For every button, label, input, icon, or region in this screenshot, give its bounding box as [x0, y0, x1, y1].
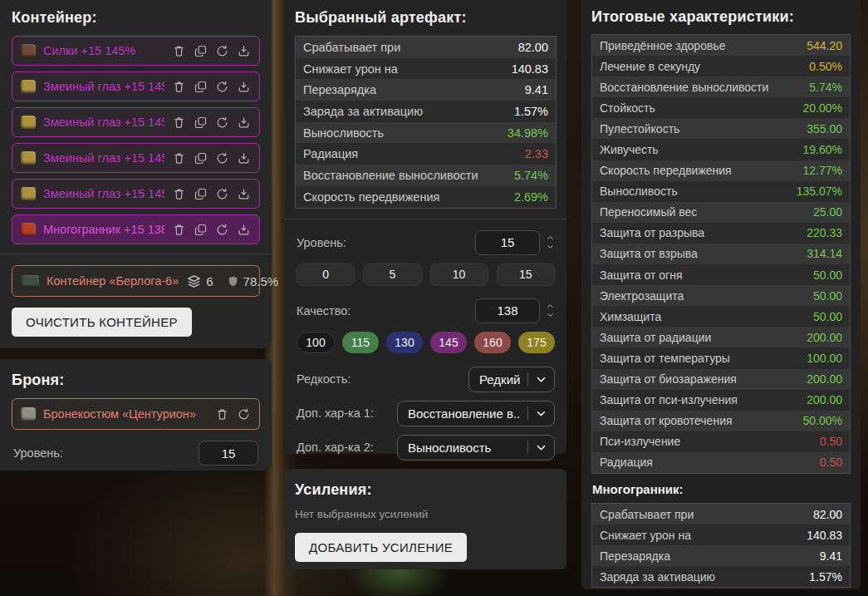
level-preset-row: 0 5 10 15 — [297, 264, 555, 286]
copy-artifact-button[interactable] — [194, 116, 208, 130]
extra-stat-select[interactable]: Выносливость — [397, 435, 555, 461]
delete-armor-button[interactable] — [215, 407, 229, 421]
export-artifact-button[interactable] — [237, 187, 251, 201]
chevron-down-icon — [535, 373, 547, 386]
stat-label: Защита от температуры — [600, 352, 730, 365]
refresh-icon — [215, 187, 229, 201]
trash-icon — [172, 80, 186, 94]
reroll-artifact-button[interactable] — [215, 151, 229, 165]
container-artifact-row[interactable]: Многогранник +15 138% — [12, 214, 260, 244]
reroll-artifact-button[interactable] — [215, 116, 229, 130]
export-artifact-button[interactable] — [237, 116, 251, 130]
refresh-icon — [215, 80, 229, 94]
stat-value: 50.00 — [813, 268, 842, 282]
container-info-row[interactable]: Контейнер «Берлога-6» 6 78.5% — [12, 265, 260, 297]
delete-artifact-button[interactable] — [172, 80, 186, 94]
copy-artifact-button[interactable] — [194, 80, 208, 94]
stat-value: 50.00 — [813, 289, 842, 303]
copy-icon — [194, 80, 208, 94]
stat-label: Снижает урон на — [600, 529, 691, 542]
download-icon — [237, 44, 251, 58]
stat-label: Защита от пси-излучения — [600, 393, 738, 406]
level-preset-button[interactable]: 10 — [430, 264, 488, 286]
stat-value: 50.00 — [813, 310, 842, 323]
copy-icon — [194, 151, 208, 165]
selected-artifact-title: Выбранный артефакт: — [295, 9, 557, 27]
container-artifact-row[interactable]: Змеиный глаз +15 145% — [12, 107, 260, 137]
stat-label: Выносливость — [303, 126, 384, 140]
level-preset-button[interactable]: 15 — [497, 264, 555, 286]
container-protection-value: 78.5% — [243, 274, 279, 288]
quality-decrement-button[interactable] — [546, 312, 555, 318]
stat-row: Срабатывает при 82.00 — [296, 37, 556, 58]
copy-artifact-button[interactable] — [194, 151, 208, 165]
export-artifact-button[interactable] — [237, 80, 251, 94]
level-preset-button[interactable]: 0 — [297, 264, 355, 286]
delete-artifact-button[interactable] — [172, 44, 186, 58]
reroll-artifact-button[interactable] — [215, 187, 229, 201]
stat-value: 200.00 — [807, 393, 842, 406]
container-badges: 6 78.5% — [186, 273, 278, 289]
chevron-down-icon — [535, 407, 547, 420]
stat-value: 82.00 — [813, 508, 842, 521]
container-artifact-row[interactable]: Змеиный глаз +15 145% — [12, 143, 260, 173]
export-artifact-button[interactable] — [237, 151, 251, 165]
quality-increment-button[interactable] — [546, 303, 555, 309]
delete-artifact-button[interactable] — [172, 223, 186, 237]
quality-input[interactable] — [475, 298, 540, 323]
artifact-name: Многогранник +15 138% — [43, 223, 164, 236]
stat-row: Стойкость 20.00% — [592, 97, 850, 118]
level-increment-button[interactable] — [546, 234, 555, 241]
armor-level-input[interactable] — [199, 441, 258, 465]
shield-icon — [227, 275, 239, 288]
reroll-artifact-button[interactable] — [215, 223, 229, 237]
add-boost-button[interactable]: ДОБАВИТЬ УСИЛЕНИЕ — [295, 533, 467, 562]
copy-artifact-button[interactable] — [194, 44, 208, 58]
extra-stat-value: Выносливость — [408, 441, 491, 455]
container-artifact-row[interactable]: Силки +15 145% — [12, 36, 260, 66]
delete-artifact-button[interactable] — [172, 187, 186, 201]
container-artifact-row[interactable]: Змеиный глаз +15 145% — [12, 71, 260, 101]
container-artifact-row[interactable]: Змеиный глаз +15 145% — [12, 179, 260, 209]
copy-artifact-button[interactable] — [194, 223, 208, 237]
delete-artifact-button[interactable] — [172, 151, 186, 165]
chevron-up-icon — [546, 234, 555, 241]
armor-item-row[interactable]: Бронекостюм «Центурион» — [12, 398, 260, 430]
quality-preset-button[interactable]: 115 — [342, 332, 379, 353]
stat-value: 25.00 — [813, 205, 842, 219]
quality-preset-button[interactable]: 145 — [430, 332, 467, 353]
armor-title: Броня: — [12, 372, 260, 389]
reroll-artifact-button[interactable] — [215, 80, 229, 94]
export-artifact-button[interactable] — [237, 223, 251, 237]
stat-value: 544.20 — [807, 39, 842, 52]
export-artifact-button[interactable] — [237, 44, 251, 58]
extra-stat-select[interactable]: Восстановление в... — [397, 401, 555, 426]
stat-row: Защита от пси-излучения 200.00 — [592, 390, 850, 411]
delete-artifact-button[interactable] — [172, 116, 186, 130]
stat-value: 34.98% — [508, 126, 548, 140]
download-icon — [237, 223, 251, 237]
stat-row: Живучесть 19.60% — [592, 139, 850, 160]
stat-row: Выносливость 135.07% — [592, 181, 850, 202]
reroll-artifact-button[interactable] — [215, 44, 229, 58]
artifact-name: Змеиный глаз +15 145% — [43, 151, 164, 165]
level-input[interactable] — [475, 230, 540, 255]
level-preset-button[interactable]: 5 — [363, 264, 421, 286]
stat-row: Переносимый вес 25.00 — [592, 202, 850, 223]
quality-preset-button[interactable]: 175 — [518, 332, 555, 353]
quality-preset-button[interactable]: 100 — [297, 332, 335, 353]
rarity-select[interactable]: Редкий — [468, 367, 555, 392]
layers-icon — [186, 273, 202, 289]
change-armor-button[interactable] — [237, 407, 251, 421]
quality-preset-button[interactable]: 130 — [386, 332, 423, 353]
stat-row: Восстановление выносливости 5.74% — [296, 165, 556, 186]
copy-artifact-button[interactable] — [194, 187, 208, 201]
stat-row: Заряда за активацию 1.57% — [296, 101, 556, 122]
clear-container-button[interactable]: ОЧИСТИТЬ КОНТЕЙНЕР — [12, 308, 192, 337]
stat-row: Восстановление выносливости 5.74% — [592, 76, 850, 97]
quality-preset-button[interactable]: 160 — [474, 332, 511, 353]
level-decrement-button[interactable] — [546, 244, 555, 250]
chevron-down-icon — [546, 244, 555, 250]
armor-level-label: Уровень: — [13, 446, 63, 460]
stat-value: 5.74% — [514, 169, 548, 182]
